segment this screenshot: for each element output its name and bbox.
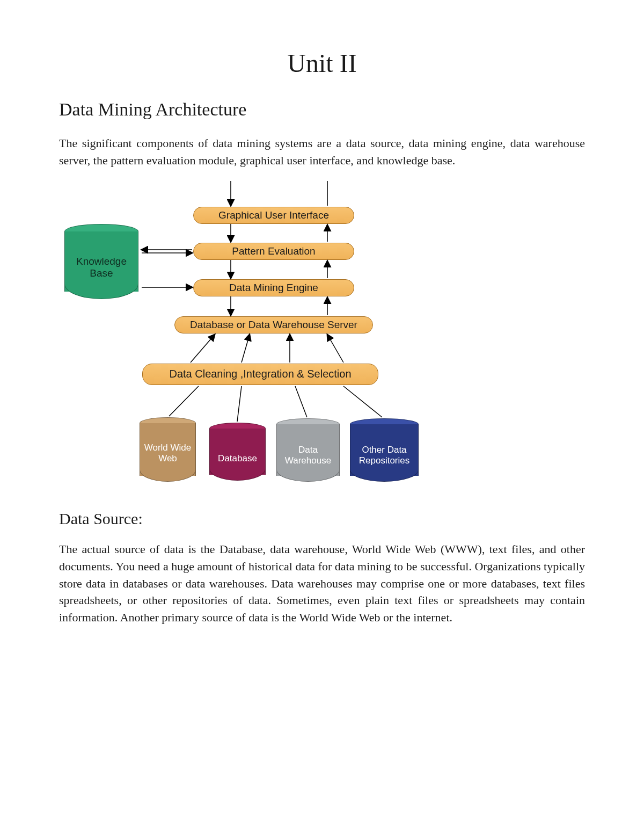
intro-paragraph: The significant components of data minin…: [59, 135, 585, 169]
data-source-paragraph: The actual source of data is the Databas…: [59, 541, 585, 626]
section-heading: Data Mining Architecture: [59, 99, 585, 120]
layer-pattern: Pattern Evaluation: [193, 243, 354, 260]
source-warehouse-cylinder: Data Warehouse: [276, 418, 340, 482]
svg-line-14: [327, 335, 343, 362]
source-www-label: World Wide Web: [140, 432, 196, 474]
svg-line-12: [241, 335, 250, 362]
knowledge-base-label: Knowledge Base: [64, 245, 138, 289]
source-www-cylinder: World Wide Web: [140, 417, 196, 482]
source-other-label: Other Data Repositories: [350, 437, 419, 474]
architecture-diagram: Knowledge Base Graphical User Interface …: [64, 181, 462, 492]
svg-line-17: [295, 386, 307, 417]
source-warehouse-label: Data Warehouse: [276, 437, 340, 474]
source-database-cylinder: Database: [209, 423, 266, 481]
svg-line-15: [169, 386, 199, 416]
page-title: Unit II: [59, 48, 585, 78]
svg-line-16: [237, 386, 241, 422]
subsection-heading-data-source: Data Source:: [59, 510, 585, 528]
layer-engine: Data Mining Engine: [193, 279, 354, 296]
layer-gui: Graphical User Interface: [193, 207, 354, 224]
source-other-cylinder: Other Data Repositories: [350, 418, 419, 482]
layer-cleaning: Data Cleaning ,Integration & Selection: [142, 364, 378, 385]
source-database-label: Database: [209, 444, 266, 473]
knowledge-base-cylinder: Knowledge Base: [64, 224, 138, 299]
layer-dbserver: Database or Data Warehouse Server: [174, 316, 373, 333]
svg-line-11: [191, 335, 215, 362]
svg-line-18: [343, 386, 382, 417]
